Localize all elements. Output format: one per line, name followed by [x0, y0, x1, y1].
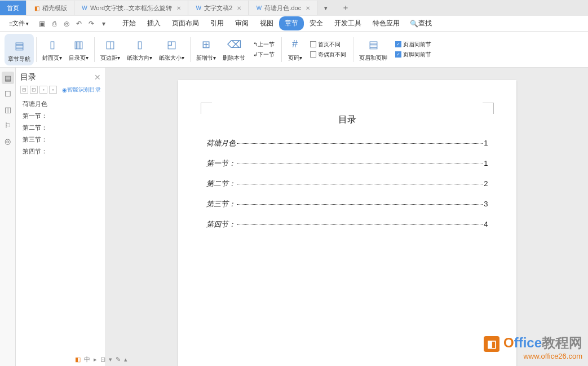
more-icon[interactable]: ▾: [98, 18, 110, 29]
ribbon-tab-reference[interactable]: 引用: [205, 16, 229, 30]
ribbon-label: 删除本节: [223, 54, 245, 62]
tab-home[interactable]: 首页: [0, 1, 26, 15]
ribbon-btn-orient[interactable]: ▯ 纸张方向▾: [123, 34, 156, 65]
ribbon-icon[interactable]: ◫: [2, 103, 14, 116]
ribbon-btn-margin[interactable]: ◫ 页边距▾: [97, 34, 123, 65]
ribbon-tab-section[interactable]: 章节: [279, 16, 304, 30]
find-icon[interactable]: ◎: [2, 135, 14, 147]
outline-icon[interactable]: ▤: [2, 72, 14, 84]
corner-mark: [201, 103, 212, 114]
toc-entry: 第二节： 2: [206, 179, 488, 189]
smart-toc-button[interactable]: ◉ 智能识别目录: [62, 86, 101, 94]
corner-mark: [483, 103, 494, 114]
ribbon-btn-cover[interactable]: ▯ 封面页▾: [39, 34, 65, 65]
ribbon-btn-newsec[interactable]: ⊞ 新增节▾: [193, 34, 219, 65]
ribbon-tab-review[interactable]: 审阅: [229, 16, 254, 30]
ribbon-label: 页码▾: [288, 54, 302, 62]
oddpage-diff-checkbox[interactable]: 奇偶页不同: [308, 50, 348, 60]
checkbox-icon: [310, 41, 316, 47]
page-diff-group: 首页不同 奇偶页不同: [306, 34, 351, 65]
level-icon[interactable]: ▫: [39, 86, 47, 94]
cover-icon: ▯: [45, 37, 60, 52]
divider: [353, 37, 353, 62]
status-icon: ✎: [116, 356, 121, 363]
section-nav-group: ↰ 上一节 ↲ 下一节: [249, 34, 279, 65]
toc-entry-label: 第一节：: [206, 158, 236, 169]
file-menu-label: 文件: [12, 19, 25, 28]
nav-title-label: 目录: [20, 72, 36, 82]
nav-panel-header: 目录 ✕: [20, 72, 101, 82]
ribbon-btn-delsec[interactable]: ⌫ 删除本节: [219, 34, 249, 65]
ribbon-tab-insert[interactable]: 插入: [142, 16, 166, 30]
toc-entry: 第四节： 4: [206, 219, 488, 230]
preview-icon[interactable]: ◎: [60, 18, 73, 29]
feedback-icon[interactable]: ⚐: [2, 119, 14, 131]
divider: [36, 37, 37, 62]
ribbon-btn-toc[interactable]: ▥ 目录页▾: [65, 34, 92, 65]
checkbox-icon: [310, 51, 316, 58]
status-icon: 中: [84, 355, 90, 364]
footer-same-checkbox[interactable]: ✓页脚同前节: [393, 50, 434, 60]
redo-icon[interactable]: ↷: [85, 18, 98, 29]
tab-doc3[interactable]: W 荷塘月色.doc ✕: [249, 1, 317, 15]
document-canvas[interactable]: 目录 荷塘月色 1 第一节： 1 第二节： 2 第三节： 3: [106, 68, 588, 366]
tab-label: 文字文稿2: [204, 4, 232, 12]
prev-section-button[interactable]: ↰ 上一节: [251, 39, 277, 50]
tab-template[interactable]: ◧ 稻壳模版: [26, 1, 74, 15]
watermark-brand: ◧ Office教程网: [484, 334, 582, 352]
nav-item[interactable]: 第二节：: [20, 122, 101, 134]
nav-items-list: 荷塘月色 第一节： 第二节： 第三节： 第四节：: [20, 98, 101, 157]
expand-icon[interactable]: ⊟: [20, 86, 28, 94]
undo-icon[interactable]: ↶: [73, 18, 85, 29]
watermark: ◧ Office教程网 www.office26.com: [484, 334, 582, 360]
ribbon-btn-nav[interactable]: ▤ 章节导航: [5, 34, 34, 65]
nav-item[interactable]: 第四节：: [20, 145, 101, 157]
toc-icon: ▥: [72, 37, 86, 52]
ribbon-btn-headerfooter[interactable]: ▤ 页眉和页脚: [356, 34, 391, 65]
file-menu[interactable]: ≡ 文件 ▾: [5, 18, 33, 29]
document-page[interactable]: 目录 荷塘月色 1 第一节： 1 第二节： 2 第三节： 3: [178, 80, 516, 366]
word-icon: W: [195, 5, 202, 11]
save-icon[interactable]: ▣: [36, 18, 48, 29]
toc-title: 目录: [206, 114, 488, 126]
print-icon[interactable]: ⎙: [48, 18, 60, 29]
chevron-down-icon: ▾: [26, 21, 29, 27]
bookmark-icon[interactable]: ☐: [2, 87, 14, 100]
nav-item[interactable]: 荷塘月色: [20, 98, 101, 110]
tab-label: Word文字技...文本框怎么旋转: [90, 4, 172, 12]
firstpage-diff-checkbox[interactable]: 首页不同: [308, 39, 348, 50]
checkbox-icon: ✓: [395, 41, 401, 47]
nav-item[interactable]: 第一节：: [20, 110, 101, 122]
status-tray: ◧ 中 ▸ ⊡ ▾ ✎ ▴: [73, 355, 129, 364]
tab-add-button[interactable]: ＋: [339, 3, 352, 13]
newsec-icon: ⊞: [199, 37, 214, 52]
ribbon-btn-pagenum[interactable]: # 页码▾: [284, 34, 306, 65]
search-button[interactable]: 🔍 查找: [410, 19, 432, 28]
close-icon[interactable]: ✕: [306, 5, 310, 11]
toc-entry-page: 4: [484, 220, 488, 228]
tab-doc1[interactable]: W Word文字技...文本框怎么旋转 ✕: [74, 1, 188, 15]
close-icon[interactable]: ✕: [94, 73, 101, 82]
next-section-button[interactable]: ↲ 下一节: [251, 50, 277, 60]
status-icon: ▾: [109, 356, 112, 363]
ribbon-tab-security[interactable]: 安全: [304, 16, 329, 30]
toc-entry-label: 第三节：: [206, 199, 236, 209]
ribbon-tab-developer[interactable]: 开发工具: [329, 16, 367, 30]
close-icon[interactable]: ✕: [176, 5, 181, 11]
word-icon: W: [81, 5, 88, 11]
ribbon-tab-view[interactable]: 视图: [254, 16, 279, 30]
ribbon-btn-size[interactable]: ◰ 纸张大小▾: [156, 34, 188, 65]
header-same-checkbox[interactable]: ✓页眉同前节: [393, 39, 434, 50]
ribbon-label: 页边距▾: [100, 54, 120, 62]
close-icon[interactable]: ✕: [237, 5, 241, 11]
tab-overflow[interactable]: ▾: [317, 1, 334, 15]
ribbon-tab-layout[interactable]: 页面布局: [166, 16, 205, 30]
ribbon-tab-special[interactable]: 特色应用: [367, 16, 405, 30]
collapse-icon[interactable]: ⊡: [30, 86, 38, 94]
nav-item[interactable]: 第三节：: [20, 134, 101, 145]
delsec-icon: ⌫: [227, 37, 241, 52]
level-icon[interactable]: ▫: [49, 86, 57, 94]
menu-bar: ≡ 文件 ▾ ▣ ⎙ ◎ ↶ ↷ ▾ 开始 插入 页面布局 引用 审阅 视图 章…: [0, 16, 588, 32]
ribbon-tab-start[interactable]: 开始: [117, 16, 142, 30]
tab-doc2[interactable]: W 文字文稿2 ✕: [188, 1, 249, 15]
